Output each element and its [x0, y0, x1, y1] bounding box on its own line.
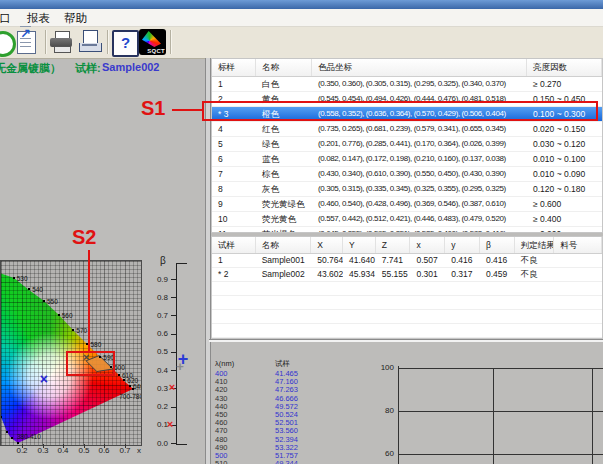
col-standard-id[interactable]: 标样: [212, 59, 256, 76]
report-icon: ↗: [17, 31, 36, 54]
sample-Z: 55.155: [376, 268, 411, 281]
luminance-factor: 0.010 ~ 0.090: [527, 167, 602, 181]
col-luminance-factor[interactable]: 亮度因数: [527, 59, 602, 76]
luminance-factor: 0.030 ~ 0.120: [527, 137, 602, 151]
sample-X: 43.602: [311, 268, 343, 281]
col-standard-name[interactable]: 名称: [256, 59, 312, 76]
beta-tick: [171, 352, 176, 353]
locus-label-530: 530: [17, 275, 28, 282]
app-window: 窗口 报表 帮助 ↗ ? SQCT 无金属镀膜） 试样:: [0, 0, 603, 464]
col-sample-name[interactable]: 名称: [256, 237, 312, 253]
chart-ytick-100: 100: [366, 363, 394, 372]
beta-upper-limit-marker: ×: [169, 382, 175, 393]
locus-label-700-780: 700-780: [119, 393, 142, 400]
col-sample-id[interactable]: 试样: [212, 237, 256, 253]
sample-y: 0.416: [445, 254, 480, 267]
standard-name: 棕色: [256, 167, 312, 181]
spectral-row[interactable]: 51049.344: [213, 460, 373, 464]
col-Y[interactable]: Y: [343, 237, 376, 253]
standard-name: 蓝色: [256, 152, 312, 166]
menu-item-window[interactable]: 窗口: [0, 11, 11, 26]
luminance-factor: 0.120 ~ 0.180: [527, 182, 602, 196]
sample-beta: 0.416: [480, 254, 515, 267]
beta-tick-label: 0.5: [142, 347, 168, 356]
standard-coords: (0.350, 0.360), (0.305, 0.315), (0.295, …: [312, 77, 527, 91]
col-chromaticity[interactable]: 色品坐标: [312, 59, 527, 76]
col-judgment[interactable]: 判定结果: [515, 237, 555, 253]
empty-row: [212, 296, 602, 310]
col-x[interactable]: x: [410, 237, 445, 253]
sample-row[interactable]: 1Sample00150.76441.6407.7410.5070.4160.4…: [212, 254, 602, 268]
standard-id: 10: [212, 212, 256, 226]
annotation-s1-line: [172, 109, 202, 111]
standard-id: 11: [212, 227, 256, 233]
locus-label-380-410: 380-410: [17, 433, 41, 440]
luminance-factor: ≥ 0.270: [527, 77, 602, 91]
annotation-s2-box: [66, 351, 115, 376]
standard-name: 绿色: [256, 137, 312, 151]
chart-ytick-80: 80: [366, 406, 394, 415]
standards-row[interactable]: 4红色(0.735, 0.265), (0.681, 0.239), (0.57…: [212, 122, 602, 137]
judgment-result: 不良: [515, 268, 555, 281]
title-bar[interactable]: [0, 0, 603, 9]
sample-Y: 41.640: [343, 254, 376, 267]
locus-label-560: 560: [62, 312, 73, 319]
standards-row[interactable]: 8灰色(0.305, 0.315), (0.335, 0.345), (0.32…: [212, 182, 602, 197]
col-Z[interactable]: Z: [376, 237, 411, 253]
beta-tick-label: 0.9: [142, 275, 168, 284]
print-preview-button[interactable]: [77, 29, 104, 56]
luminance-factor: 0.010 ~ 0.100: [527, 152, 602, 166]
x-axis-tick-label: 0.2: [13, 446, 31, 455]
annotation-s2: S2: [72, 226, 96, 249]
export-report-button[interactable]: ↗: [14, 29, 41, 56]
locus-label-580: 580: [90, 341, 101, 348]
annotation-s1-box: [202, 101, 598, 121]
locus-dot: [17, 442, 19, 444]
chart-gridline: [592, 368, 593, 464]
judgment-result: 不良: [515, 254, 555, 267]
sample001-beta-marker: +: [176, 360, 184, 373]
standards-row[interactable]: 5绿色(0.201, 0.776), (0.285, 0.441), (0.17…: [212, 137, 602, 152]
standards-row[interactable]: 6蓝色(0.082, 0.147), (0.172, 0.198), (0.21…: [212, 152, 602, 167]
sample-row[interactable]: * 2Sample00243.60245.93455.1550.3010.317…: [212, 268, 602, 282]
chart-ytick-60: 60: [366, 449, 394, 458]
standards-row[interactable]: 9荧光黄绿色(0.460, 0.540), (0.428, 0.496), (0…: [212, 197, 602, 212]
locus-label-550: 550: [47, 298, 58, 305]
toolbar-separator: [107, 30, 109, 54]
beta-tick-label: 0.1: [142, 420, 168, 429]
standard-name: 白色: [256, 77, 312, 91]
standards-table: 标样 名称 色品坐标 亮度因数 1白色(0.350, 0.360), (0.30…: [211, 58, 603, 233]
empty-row: [212, 310, 602, 324]
standards-row[interactable]: 11荧光橙色(0.645, 0.355), (0.595, 0.351), (0…: [212, 227, 602, 233]
samples-table: 试样 名称 X Y Z x y β 判定结果 料号 1Sample00150.7…: [211, 236, 603, 339]
beta-tick: [171, 297, 176, 298]
sample-id: * 2: [212, 268, 256, 281]
chart-y-axis: [398, 366, 399, 464]
menu-item-help[interactable]: 帮助: [64, 11, 87, 26]
menu-item-reports[interactable]: 报表: [27, 11, 50, 26]
toolbar: ↗ ? SQCT: [0, 27, 603, 59]
sqct-icon: SQCT: [139, 29, 166, 55]
standards-row[interactable]: 10荧光黄色(0.557, 0.442), (0.512, 0.421), (0…: [212, 212, 602, 227]
standards-row[interactable]: 7棕色(0.430, 0.340), (0.610, 0.390), (0.55…: [212, 167, 602, 182]
standard-coords: (0.557, 0.442), (0.512, 0.421), (0.446, …: [312, 212, 527, 226]
sample-y: 0.317: [445, 268, 480, 281]
col-X[interactable]: X: [311, 237, 343, 253]
locus-dot: [132, 388, 134, 390]
help-button[interactable]: ?: [111, 29, 138, 56]
chart-gridline: [398, 411, 603, 412]
col-y[interactable]: y: [445, 237, 480, 253]
beta-tick: [171, 315, 176, 316]
x-axis-tick-label: 0.6: [95, 446, 113, 455]
print-button[interactable]: [49, 29, 76, 56]
standards-row[interactable]: 1白色(0.350, 0.360), (0.305, 0.315), (0.29…: [212, 77, 602, 92]
standard-coords: (0.735, 0.265), (0.681, 0.239), (0.579, …: [312, 122, 527, 136]
sample-name: Sample002: [256, 268, 312, 281]
locus-dot: [129, 385, 131, 387]
standard-name: 荧光黄绿色: [256, 197, 312, 211]
standard-id: 8: [212, 182, 256, 196]
col-beta[interactable]: β: [480, 237, 515, 253]
empty-row: [212, 282, 602, 296]
col-part-number[interactable]: 料号: [554, 237, 602, 253]
sqct-button[interactable]: SQCT: [139, 29, 166, 56]
